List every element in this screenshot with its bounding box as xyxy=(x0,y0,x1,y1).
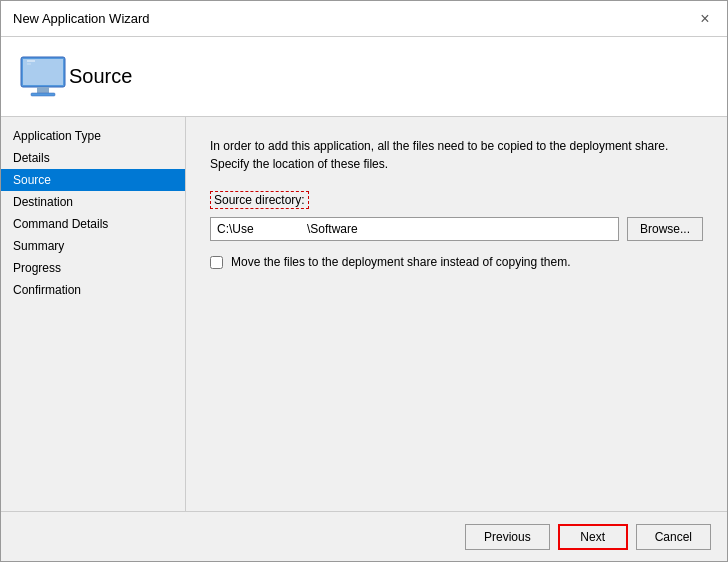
sidebar-item-progress[interactable]: Progress xyxy=(1,257,185,279)
description-text: In order to add this application, all th… xyxy=(210,137,703,173)
wizard-footer: Previous Next Cancel xyxy=(1,511,727,561)
previous-button[interactable]: Previous xyxy=(465,524,550,550)
next-button[interactable]: Next xyxy=(558,524,628,550)
wizard-header: Source xyxy=(1,37,727,117)
sidebar-item-command-details[interactable]: Command Details xyxy=(1,213,185,235)
close-button[interactable]: × xyxy=(695,9,715,29)
sidebar-item-summary[interactable]: Summary xyxy=(1,235,185,257)
wizard-step-title: Source xyxy=(69,65,132,88)
svg-rect-3 xyxy=(31,93,55,96)
svg-rect-1 xyxy=(23,59,63,85)
sidebar-item-application-type[interactable]: Application Type xyxy=(1,125,185,147)
move-files-label[interactable]: Move the files to the deployment share i… xyxy=(231,255,571,269)
move-files-row: Move the files to the deployment share i… xyxy=(210,255,703,269)
sidebar-item-source[interactable]: Source xyxy=(1,169,185,191)
new-application-wizard-dialog: New Application Wizard × Source Applicat… xyxy=(0,0,728,562)
computer-icon xyxy=(17,51,69,103)
cancel-button[interactable]: Cancel xyxy=(636,524,711,550)
source-directory-row: Browse... xyxy=(210,217,703,241)
wizard-sidebar: Application Type Details Source Destinat… xyxy=(1,117,186,511)
sidebar-item-confirmation[interactable]: Confirmation xyxy=(1,279,185,301)
browse-button[interactable]: Browse... xyxy=(627,217,703,241)
move-files-checkbox[interactable] xyxy=(210,256,223,269)
source-directory-label: Source directory: xyxy=(210,191,309,209)
source-directory-input[interactable] xyxy=(210,217,619,241)
right-panel: In order to add this application, all th… xyxy=(186,117,727,511)
dialog-title: New Application Wizard xyxy=(13,11,150,26)
sidebar-item-destination[interactable]: Destination xyxy=(1,191,185,213)
svg-rect-2 xyxy=(37,87,49,93)
title-bar: New Application Wizard × xyxy=(1,1,727,37)
main-area: Application Type Details Source Destinat… xyxy=(1,117,727,511)
sidebar-item-details[interactable]: Details xyxy=(1,147,185,169)
